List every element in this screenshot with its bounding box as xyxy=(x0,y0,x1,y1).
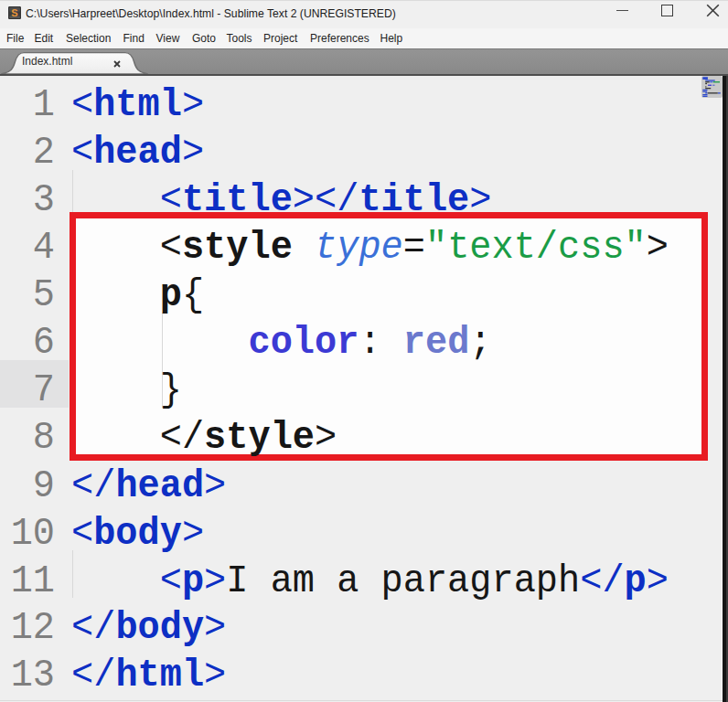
svg-text:S: S xyxy=(11,7,17,18)
